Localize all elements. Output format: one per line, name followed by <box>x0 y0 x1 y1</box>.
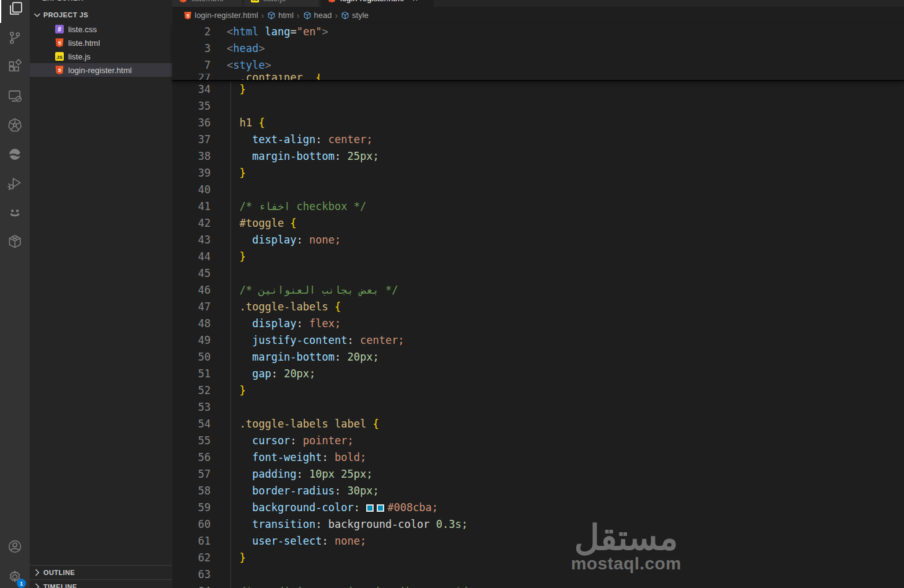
line-number: 41 <box>172 198 211 215</box>
code-line-62[interactable]: 62 } <box>172 550 904 566</box>
breadcrumb-item-style[interactable]: style <box>341 11 369 20</box>
token <box>258 25 265 38</box>
code-content: font-weight: bold; <box>211 449 366 466</box>
code-line-59[interactable]: 59 background-color: #008cba; <box>172 499 904 516</box>
containers-icon[interactable] <box>0 227 30 256</box>
code-line-57[interactable]: 57 padding: 10px 25px; <box>172 466 904 483</box>
code-line-42[interactable]: 42 #toggle { <box>172 215 904 232</box>
code-content: <head> <box>211 40 265 57</box>
token: : <box>315 133 328 146</box>
line-number: 45 <box>172 265 211 282</box>
code-line-50[interactable]: 50 margin-bottom: 20px; <box>172 349 904 366</box>
code-line-63[interactable]: 63 <box>172 566 904 583</box>
code-line-27[interactable]: 27 .container { <box>172 74 904 80</box>
code-line-3[interactable]: 3<head> <box>172 40 904 57</box>
code-line-48[interactable]: 48 display: flex; <box>172 315 904 332</box>
html-file-icon: 5 <box>178 0 188 3</box>
panel-header-timeline[interactable]: TIMELINE <box>30 579 172 588</box>
live-share-icon[interactable] <box>0 198 30 227</box>
token: } <box>227 384 246 397</box>
breadcrumb-item-file[interactable]: 5login-register.html <box>183 11 258 20</box>
tab-bar: 5liste.htmlJSliste.js5login-register.htm… <box>172 0 904 7</box>
code-lines[interactable]: 34 }3536 h1 {37 text-align: center;38 ma… <box>172 81 904 588</box>
token: padding <box>227 468 297 480</box>
code-line-49[interactable]: 49 justify-content: center; <box>172 332 904 349</box>
color-swatch[interactable] <box>377 504 384 512</box>
js-file-icon: JS <box>250 0 260 3</box>
remote-explorer-icon[interactable] <box>0 81 30 110</box>
line-number: 42 <box>172 215 211 232</box>
file-item-liste.js[interactable]: JSliste.js <box>30 50 172 63</box>
code-line-7[interactable]: 7<style> <box>172 57 904 74</box>
code-line-61[interactable]: 61 user-select: none; <box>172 533 904 550</box>
code-line-2[interactable]: 2<html lang="en"> <box>172 24 904 40</box>
tab-login-register.html[interactable]: 5login-register.html× <box>321 0 434 7</box>
source-control-icon[interactable] <box>0 23 30 52</box>
code-line-45[interactable]: 45 <box>172 265 904 282</box>
code-line-54[interactable]: 54 .toggle-labels label { <box>172 416 904 432</box>
code-line-39[interactable]: 39 } <box>172 165 904 182</box>
file-item-liste.html[interactable]: 5liste.html <box>30 36 172 50</box>
sidebar-section-project-js[interactable]: PROJECT JS <box>30 8 172 22</box>
token: > <box>322 25 328 38</box>
close-tab-icon[interactable]: × <box>413 0 418 4</box>
settings-gear-icon[interactable]: 1 <box>0 562 30 588</box>
token: user-select <box>227 535 322 547</box>
code-line-44[interactable]: 44 } <box>172 248 904 265</box>
code-line-64[interactable]: 64 /* تنسيق الحقول بجانب بعضها البعض */ <box>172 583 904 588</box>
token: justify-content <box>227 334 347 346</box>
tab-liste.html[interactable]: 5liste.html <box>172 0 242 7</box>
panel-header-outline[interactable]: OUTLINE <box>30 565 172 579</box>
extensions-icon[interactable] <box>0 52 30 81</box>
breadcrumb[interactable]: 5login-register.html›html›head›style <box>172 7 904 24</box>
code-line-41[interactable]: 41 /* اخفاء checkbox */ <box>172 198 904 215</box>
code-line-35[interactable]: 35 <box>172 98 904 115</box>
svg-text:5: 5 <box>182 0 184 1</box>
code-line-60[interactable]: 60 transition: background-color 0.3s; <box>172 516 904 533</box>
code-line-40[interactable]: 40 <box>172 182 904 198</box>
file-label: liste.js <box>68 52 90 61</box>
line-number: 27 <box>172 74 211 80</box>
code-content: .toggle-labels label { <box>211 416 379 432</box>
account-icon[interactable] <box>0 532 30 561</box>
code-line-43[interactable]: 43 display: none; <box>172 232 904 248</box>
html-file-icon: 5 <box>55 38 68 48</box>
color-swatch[interactable] <box>366 504 374 512</box>
code-line-34[interactable]: 34 } <box>172 81 904 98</box>
token: { <box>258 116 265 129</box>
code-line-53[interactable]: 53 <box>172 399 904 416</box>
file-item-login-register.html[interactable]: 5login-register.html <box>30 63 172 77</box>
kubernetes-icon[interactable] <box>0 110 30 139</box>
code-line-51[interactable]: 51 gap: 20px; <box>172 366 904 382</box>
code-line-47[interactable]: 47 .toggle-labels { <box>172 299 904 315</box>
breadcrumb-item-head[interactable]: head <box>303 11 332 20</box>
code-line-36[interactable]: 36 h1 { <box>172 115 904 131</box>
code-line-46[interactable]: 46 /* بعض بجانب العنوانين */ <box>172 282 904 299</box>
breadcrumb-item-html[interactable]: html <box>267 11 294 20</box>
code-line-58[interactable]: 58 border-radius: 30px; <box>172 483 904 499</box>
code-content: .container { <box>211 74 322 80</box>
token: "en" <box>297 25 322 38</box>
token: : <box>271 367 284 380</box>
line-number: 53 <box>172 399 211 416</box>
token: : <box>290 434 302 447</box>
code-line-38[interactable]: 38 margin-bottom: 25px; <box>172 148 904 165</box>
css-file-icon: # <box>55 24 68 34</box>
edge-browser-icon[interactable] <box>0 139 30 169</box>
code-line-52[interactable]: 52 } <box>172 382 904 399</box>
tab-liste.js[interactable]: JSliste.js <box>244 0 318 7</box>
run-and-debug-icon[interactable] <box>0 169 30 198</box>
code-line-37[interactable]: 37 text-align: center; <box>172 131 904 148</box>
code-content <box>211 265 227 282</box>
explorer-icon[interactable] <box>0 0 30 23</box>
code-content: text-align: center; <box>211 131 372 148</box>
token: : <box>335 351 347 363</box>
code-line-56[interactable]: 56 font-weight: bold; <box>172 449 904 466</box>
file-item-liste.css[interactable]: #liste.css <box>30 22 172 36</box>
sticky-partial-line: 27 .container { <box>172 74 904 80</box>
code-line-55[interactable]: 55 cursor: pointer; <box>172 432 904 449</box>
code-editor[interactable]: 34 }3536 h1 {37 text-align: center;38 ma… <box>172 24 904 588</box>
token: 20px; <box>347 351 379 363</box>
tab-label: liste.js <box>263 0 286 3</box>
line-number: 61 <box>172 533 211 550</box>
